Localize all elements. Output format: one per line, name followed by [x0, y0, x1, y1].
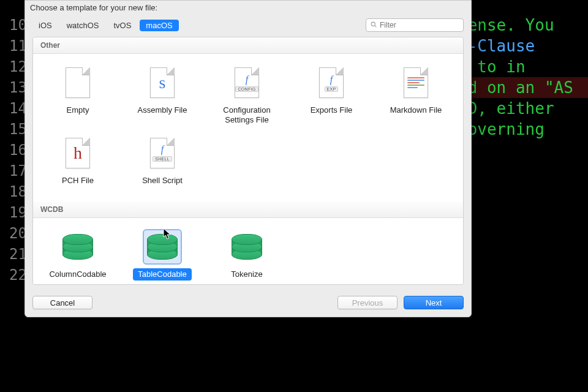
exports-file-icon: fEXP	[313, 66, 350, 99]
tab-watchos[interactable]: watchOS	[61, 20, 105, 31]
template-list[interactable]: OtherEmptysAssembly FilefCONFIGConfigura…	[32, 37, 464, 285]
filter-field[interactable]	[366, 18, 464, 32]
database-icon	[59, 230, 96, 263]
filter-input[interactable]	[380, 21, 472, 29]
template-grid: EmptysAssembly FilefCONFIGConfiguration …	[33, 54, 463, 202]
new-file-template-dialog: Choose a template for your new file: iOS…	[24, 0, 472, 317]
tab-tvos[interactable]: tvOS	[107, 20, 137, 31]
previous-button[interactable]: Previous	[337, 296, 398, 309]
assembly-file-icon: s	[144, 66, 181, 99]
template-item[interactable]: Tokenize	[205, 225, 289, 285]
pch-file-icon: h	[59, 137, 96, 170]
section-header: Other	[33, 37, 463, 54]
template-item-label: ColumnCodable	[44, 268, 111, 281]
template-item-label: TableCodable	[133, 268, 192, 281]
template-item-label: Empty	[62, 104, 94, 116]
empty-file-icon	[59, 66, 96, 99]
template-item-label: Tokenize	[226, 268, 267, 281]
template-item-label: Shell Script	[137, 175, 187, 187]
template-item[interactable]: fCONFIGConfiguration Settings File	[205, 61, 289, 132]
platform-tabs: iOSwatchOStvOSmacOS	[32, 20, 179, 31]
filter-wrap	[366, 18, 464, 32]
platform-tab-row: iOSwatchOStvOSmacOS	[25, 16, 471, 37]
template-item-label: Configuration Settings File	[207, 104, 287, 127]
template-item[interactable]: Markdown File	[374, 61, 458, 132]
template-item[interactable]: TableCodable	[120, 225, 205, 285]
section-header: WCDB	[33, 202, 463, 218]
config-file-icon: fCONFIG	[228, 66, 265, 99]
template-item[interactable]: hPCH File	[36, 132, 120, 192]
template-grid: ColumnCodableTableCodableTokenize	[33, 218, 463, 285]
tab-macos[interactable]: macOS	[140, 20, 178, 31]
template-item-label: Exports File	[306, 104, 358, 116]
template-item[interactable]: ColumnCodable	[36, 225, 120, 285]
dialog-title: Choose a template for your new file:	[25, 1, 471, 16]
next-button[interactable]: Next	[404, 296, 464, 309]
svg-line-1	[375, 25, 377, 27]
database-icon	[228, 230, 265, 263]
cancel-button[interactable]: Cancel	[32, 296, 92, 309]
tab-ios[interactable]: iOS	[32, 20, 58, 31]
template-item[interactable]: sAssembly File	[120, 61, 205, 132]
template-item[interactable]: Empty	[36, 61, 120, 132]
filter-icon	[370, 21, 377, 30]
template-item-label: Assembly File	[133, 104, 192, 116]
template-item[interactable]: fSHELLShell Script	[120, 132, 205, 192]
template-item-label: PCH File	[57, 175, 99, 187]
dialog-button-row: Cancel Previous Next	[25, 291, 471, 317]
template-item-label: Markdown File	[385, 104, 447, 116]
database-icon	[144, 230, 181, 263]
svg-point-0	[371, 22, 375, 26]
template-item[interactable]: fEXPExports File	[289, 61, 374, 132]
shell-file-icon: fSHELL	[144, 137, 181, 170]
markdown-file-icon	[398, 66, 434, 99]
